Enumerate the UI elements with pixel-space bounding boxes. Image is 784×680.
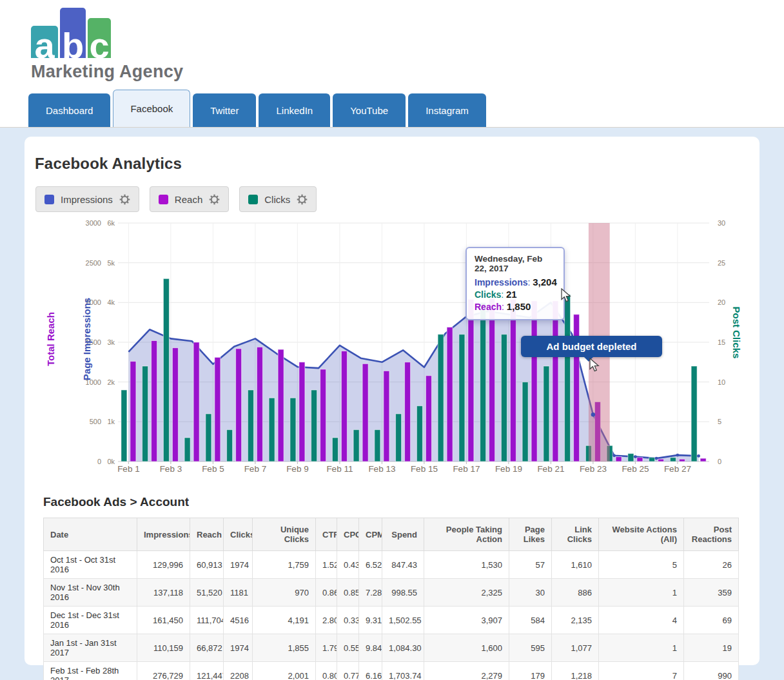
reach-bar <box>299 362 305 461</box>
reach-bar <box>658 459 664 461</box>
impressions-point <box>591 413 595 416</box>
column-header: CPC <box>337 518 359 551</box>
svg-text:Feb 11: Feb 11 <box>326 464 353 474</box>
table-cell: 1974 <box>224 551 253 579</box>
svg-text:Feb 27: Feb 27 <box>664 464 691 474</box>
tooltip-row: Reach: 1,850 <box>475 301 556 312</box>
legend-swatch <box>159 195 168 204</box>
gear-icon[interactable] <box>209 194 220 205</box>
legend-button-impressions[interactable]: Impressions <box>35 186 139 212</box>
table-cell: 9.31 <box>359 607 382 634</box>
impressions-point <box>634 455 637 458</box>
table-cell: 1 <box>599 579 684 607</box>
legend-swatch <box>248 195 258 204</box>
svg-text:5: 5 <box>718 418 721 425</box>
table-cell: 990 <box>684 662 739 680</box>
table-cell: 970 <box>253 579 316 607</box>
table-cell: 57 <box>509 551 552 579</box>
clicks-bar <box>522 382 528 461</box>
table-cell: 1,703.74 <box>382 662 424 680</box>
column-header: Link Clicks <box>552 518 599 551</box>
column-header: Website Actions (All) <box>599 518 684 551</box>
table-cell: 161,450 <box>137 607 190 634</box>
reach-bar <box>510 299 516 461</box>
gear-icon[interactable] <box>297 194 308 205</box>
table-cell: Nov 1st - Nov 30th 2016 <box>44 579 137 607</box>
reach-bar <box>616 457 622 461</box>
table-cell: 1,610 <box>552 551 599 579</box>
table-cell: 1,502.55 <box>382 607 424 634</box>
clicks-bar <box>628 454 634 461</box>
clicks-bar <box>416 406 422 461</box>
column-header: Unique Clicks <box>253 518 316 551</box>
table-row: Nov 1st - Nov 30th 2016137,11851,5201181… <box>44 579 739 607</box>
reach-bar <box>257 347 262 461</box>
clicks-bar <box>248 390 253 461</box>
clicks-bar <box>691 366 697 461</box>
reach-bar <box>468 299 474 461</box>
table-cell: 1,600 <box>424 634 509 662</box>
logo-subtitle: Marketing Agency <box>31 62 183 82</box>
tab-youtube[interactable]: YouTube <box>333 93 406 127</box>
svg-text:6k: 6k <box>107 220 115 227</box>
logo-letter-c: c <box>89 32 109 60</box>
svg-text:Post Clicks: Post Clicks <box>731 307 742 359</box>
svg-text:30: 30 <box>718 220 725 227</box>
table-cell: 6.52 <box>359 551 382 579</box>
reach-bar <box>152 341 157 462</box>
tooltip-row: Impressions: 3,204 <box>475 277 556 287</box>
legend-button-reach[interactable]: Reach <box>150 186 229 212</box>
table-cell: 0.55 <box>337 634 359 662</box>
reach-bar <box>130 362 136 461</box>
chart-legend: ImpressionsReachClicks <box>35 186 760 212</box>
impressions-point <box>655 457 658 460</box>
clicks-bar <box>227 430 233 461</box>
table-title: Facebook Ads > Account <box>43 495 760 509</box>
table-cell: 30 <box>509 579 552 607</box>
table-cell: 0.86 <box>316 579 337 607</box>
table-cell: Dec 1st - Dec 31st 2016 <box>44 607 137 634</box>
tab-instagram[interactable]: Instagram <box>408 93 486 127</box>
analytics-panel: Facebook Analytics ImpressionsReachClick… <box>24 137 760 665</box>
reach-bar <box>531 301 537 461</box>
table-cell: 7 <box>599 662 684 680</box>
reach-bar <box>679 459 685 461</box>
logo-letter-b: b <box>62 32 84 60</box>
tab-linkedin[interactable]: LinkedIn <box>259 93 330 127</box>
svg-text:Feb 21: Feb 21 <box>537 464 564 474</box>
gear-icon[interactable] <box>119 194 130 205</box>
analytics-chart[interactable]: 0500100015002000250030000k1k2k3k4k5k6k05… <box>39 220 748 478</box>
clicks-bar <box>163 278 169 461</box>
clicks-bar <box>353 430 359 461</box>
tab-facebook[interactable]: Facebook <box>113 90 190 127</box>
table-cell: Feb 1st - Feb 28th 2017 <box>44 662 137 680</box>
table-cell: 1,084.30 <box>382 634 424 662</box>
table-cell: 1.79 <box>316 634 337 662</box>
legend-button-clicks[interactable]: Clicks <box>239 186 317 212</box>
clicks-bar <box>121 390 127 461</box>
reach-bar <box>700 458 706 461</box>
svg-text:3k: 3k <box>107 338 115 346</box>
svg-text:15: 15 <box>718 338 725 346</box>
clicks-bar <box>396 414 402 461</box>
svg-text:Feb 3: Feb 3 <box>160 464 182 474</box>
tab-dashboard[interactable]: Dashboard <box>28 93 110 127</box>
table-cell: 4,191 <box>253 607 316 634</box>
facebook-ads-table: DateImpressionsReachClicksUnique ClicksC… <box>43 518 739 680</box>
table-cell: 0.80 <box>316 662 337 680</box>
table-cell: 60,913 <box>190 551 224 579</box>
tab-twitter[interactable]: Twitter <box>193 93 256 127</box>
reach-bar <box>384 371 389 461</box>
clicks-bar <box>480 302 486 461</box>
reach-bar <box>278 349 284 461</box>
table-cell: 1 <box>599 634 684 662</box>
svg-text:5k: 5k <box>107 259 115 267</box>
column-header: Impressions <box>137 518 190 551</box>
nav-tabs: DashboardFacebookTwitterLinkedInYouTubeI… <box>28 90 486 127</box>
table-cell: 51,520 <box>190 579 224 607</box>
svg-text:4k: 4k <box>107 298 115 306</box>
svg-text:0: 0 <box>718 458 721 465</box>
reach-bar <box>405 362 411 461</box>
svg-text:Feb 19: Feb 19 <box>495 464 522 474</box>
svg-text:Feb 1: Feb 1 <box>117 464 140 474</box>
